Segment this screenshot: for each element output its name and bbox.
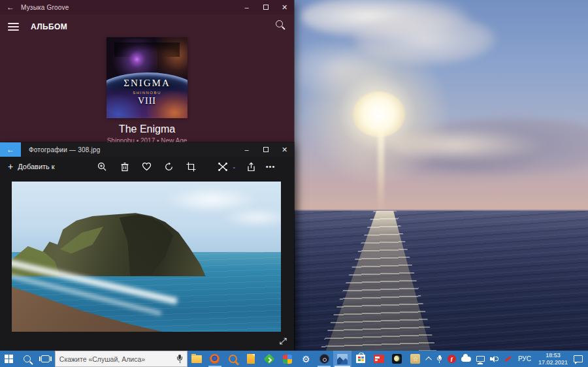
close-button[interactable]: ✕ xyxy=(275,142,294,157)
maximize-icon xyxy=(263,5,269,10)
file-explorer-icon xyxy=(191,355,202,363)
system-tray: ƒ РУС 18:53 17.02.2021 xyxy=(425,351,588,367)
desktop-screen: ← Музыка Groove – ✕ АЛЬБОМ ΣΝΙGΜΑ SHINNO… xyxy=(0,0,588,367)
photos-window: ← Фотографии — 308.jpg – ✕ + Добавить к xyxy=(0,142,294,351)
microsoft-store-icon xyxy=(356,355,365,363)
delete-icon[interactable] xyxy=(119,161,130,172)
minimize-button[interactable]: – xyxy=(237,142,256,157)
favorite-heart-icon[interactable] xyxy=(141,161,152,172)
tray-flash-player[interactable]: ƒ xyxy=(445,351,459,367)
clock-date: 17.02.2021 xyxy=(538,359,568,366)
alice-search-box[interactable]: Скажите «Слушай, Алиса» xyxy=(55,351,188,367)
album-nav-label: АЛЬБОМ xyxy=(31,22,67,31)
taskbar-browser[interactable] xyxy=(278,351,297,367)
back-button[interactable]: ← xyxy=(0,3,21,12)
back-button[interactable]: ← xyxy=(0,142,21,157)
tray-onedrive[interactable] xyxy=(459,351,474,367)
groove-nav-row: АЛЬБОМ xyxy=(0,17,294,37)
tray-pen[interactable] xyxy=(502,351,514,367)
clock-time: 18:53 xyxy=(538,352,568,359)
taskbar-settings[interactable]: ⚙ xyxy=(297,351,315,367)
display-icon xyxy=(476,356,485,362)
more-options-icon[interactable]: ••• xyxy=(266,163,276,170)
hidden-icons-button[interactable] xyxy=(425,351,434,367)
microphone-icon xyxy=(437,355,442,363)
taskbar-orange-search[interactable] xyxy=(224,351,242,367)
photos-toolbar-center xyxy=(97,157,197,176)
search-icon xyxy=(24,355,31,362)
photos-icon xyxy=(337,354,348,364)
groove-music-icon xyxy=(319,354,329,364)
groove-titlebar[interactable]: ← Музыка Groove – ✕ xyxy=(0,0,294,14)
photos-titlebar[interactable]: ← Фотографии — 308.jpg – ✕ xyxy=(0,142,294,157)
hamburger-menu-icon[interactable] xyxy=(8,23,19,31)
rotate-icon[interactable] xyxy=(163,161,174,172)
taskbar-photos[interactable] xyxy=(333,351,351,367)
taskbar-green-app[interactable] xyxy=(260,351,278,367)
taskbar-documents[interactable] xyxy=(242,351,260,367)
add-to-label: Добавить к xyxy=(18,163,54,170)
gear-icon: ⚙ xyxy=(302,355,310,364)
taskbar-microsoft-store[interactable] xyxy=(351,351,370,367)
groove-window-title: Музыка Groove xyxy=(21,4,69,11)
taskbar-file-explorer[interactable] xyxy=(188,351,206,367)
maximize-button[interactable] xyxy=(256,142,275,157)
moon-icon xyxy=(392,354,402,364)
cover-number-text: VIII xyxy=(106,96,188,106)
firefox-icon xyxy=(210,354,220,364)
photos-toolbar-right: ⌄ ••• xyxy=(217,157,282,176)
magnifier-glyph xyxy=(276,20,283,27)
action-center-icon[interactable] xyxy=(574,355,583,362)
taskbar-night-app[interactable] xyxy=(388,351,406,367)
taskbar-groove-music[interactable] xyxy=(315,351,333,367)
task-view-icon xyxy=(41,355,50,362)
tray-microphone[interactable] xyxy=(434,351,445,367)
document-icon xyxy=(247,354,255,364)
maximize-button[interactable] xyxy=(256,0,275,14)
taskbar-clock[interactable]: 18:53 17.02.2021 xyxy=(535,352,571,366)
fullscreen-expand-icon[interactable]: ⤢ xyxy=(277,335,289,347)
taskbar-search-button[interactable] xyxy=(18,351,37,367)
taskbar-gold-app[interactable]: ☆ xyxy=(406,351,425,367)
close-button[interactable]: ✕ xyxy=(275,0,294,14)
cover-shadow-art xyxy=(114,42,180,57)
green-diamond-icon xyxy=(264,353,275,364)
zoom-in-icon[interactable] xyxy=(97,161,108,172)
photo-308[interactable] xyxy=(12,182,281,332)
search-icon[interactable] xyxy=(276,20,286,31)
start-button[interactable] xyxy=(0,351,18,367)
wallpaper-horizon xyxy=(294,210,588,211)
star-icon: ☆ xyxy=(410,354,420,364)
edit-dropdown-chevron-icon[interactable]: ⌄ xyxy=(232,164,237,170)
taskbar: Скажите «Слушай, Алиса» ⚙ ☆ ƒ РУС 18:53 … xyxy=(0,351,588,367)
crop-icon[interactable] xyxy=(186,161,197,172)
groove-window-controls: – ✕ xyxy=(237,0,294,14)
share-icon[interactable] xyxy=(246,161,257,172)
red-pen-icon xyxy=(504,356,511,362)
photos-window-title: Фотографии — 308.jpg xyxy=(29,146,101,153)
cloud-icon xyxy=(461,357,471,362)
photos-toolbar: + Добавить к xyxy=(0,157,294,176)
cover-title-text: ΣΝΙGΜΑ xyxy=(106,78,188,89)
taskbar-red-mail[interactable] xyxy=(370,351,388,367)
chevron-up-icon xyxy=(425,357,432,363)
taskbar-firefox[interactable] xyxy=(206,351,224,367)
task-view-button[interactable] xyxy=(37,351,55,367)
microphone-icon[interactable] xyxy=(177,355,183,363)
search-placeholder: Скажите «Слушай, Алиса» xyxy=(59,355,173,363)
colors-browser-icon xyxy=(283,355,292,364)
add-to-button[interactable]: + Добавить к xyxy=(8,161,55,172)
language-indicator[interactable]: РУС xyxy=(514,355,535,362)
speaker-icon xyxy=(490,355,499,363)
flash-player-icon: ƒ xyxy=(448,355,456,363)
plus-icon: + xyxy=(8,161,13,172)
photos-window-controls: – ✕ xyxy=(237,142,294,157)
maximize-icon xyxy=(263,147,269,152)
album-cover-art[interactable]: ΣΝΙGΜΑ SHINNOBU VIII xyxy=(106,37,188,118)
tray-volume[interactable] xyxy=(487,351,502,367)
album-title: The Enigma xyxy=(0,123,294,135)
minimize-button[interactable]: – xyxy=(237,0,256,14)
edit-create-icon[interactable] xyxy=(217,161,228,172)
tray-display[interactable] xyxy=(474,351,487,367)
windows-logo-icon xyxy=(5,355,13,363)
